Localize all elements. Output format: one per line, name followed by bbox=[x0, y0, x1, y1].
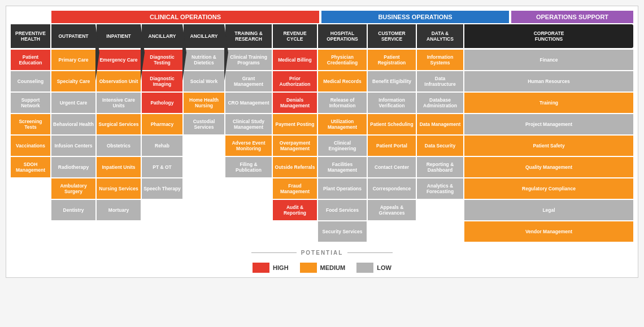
cell-pathology: Pathology bbox=[142, 93, 182, 113]
cell-custodial: Custodial Services bbox=[184, 114, 224, 134]
cell-plant-ops: Plant Operations bbox=[318, 178, 367, 199]
cell-patient-education: Patient Education bbox=[11, 50, 50, 70]
col-header-outpatient: OUTPATIENT bbox=[51, 24, 95, 48]
cell-empty-prev1 bbox=[11, 178, 50, 199]
cell-obstetrics: Obstetrics bbox=[97, 136, 141, 156]
cell-vendor-mgmt: Vendor Management bbox=[464, 221, 633, 242]
cell-release-info: Release of Information bbox=[318, 93, 367, 113]
col-header-customer: CUSTOMER SERVICE bbox=[368, 24, 416, 48]
cell-clinical-study: Clinical Study Management bbox=[225, 114, 272, 134]
legend: HIGH MEDIUM LOW bbox=[11, 263, 633, 273]
cell-food-services: Food Services bbox=[318, 200, 367, 220]
col-data: Information Systems Data Infrastructure … bbox=[417, 50, 463, 242]
cell-appeals: Appeals & Grievances bbox=[368, 200, 416, 220]
col-corporate: Finance Human Resources Training Project… bbox=[464, 50, 633, 242]
cell-empty-tr2 bbox=[225, 200, 272, 220]
cell-observation-unit: Observation Unit bbox=[97, 71, 141, 91]
cell-empty-anc2c bbox=[184, 178, 224, 199]
cell-empty-anc1a bbox=[142, 200, 182, 220]
cell-empty-inp1 bbox=[97, 221, 141, 242]
cell-data-mgmt: Data Management bbox=[417, 114, 463, 134]
col-header-ancillary2: ANCILLARY bbox=[184, 24, 224, 48]
cell-filing-publication: Filing & Publication bbox=[225, 157, 272, 177]
cell-empty-da2 bbox=[417, 221, 463, 242]
cell-speech-therapy: Speech Therapy bbox=[142, 178, 182, 199]
cell-empty-anc1b bbox=[142, 221, 182, 242]
cell-rehab: Rehab bbox=[142, 136, 182, 156]
cell-infusion-centers: Infusion Centers bbox=[51, 136, 95, 156]
cell-finance: Finance bbox=[464, 50, 633, 70]
cell-reporting: Reporting & Dashboard bbox=[417, 157, 463, 177]
cell-security-services: Security Services bbox=[318, 221, 367, 242]
cell-diagnostic-imaging: Diagnostic Imaging bbox=[142, 71, 182, 91]
cell-behavioral-health: Behavioral Health bbox=[51, 114, 95, 134]
cell-patient-reg: Patient Registration bbox=[368, 50, 416, 70]
legend-low: LOW bbox=[356, 263, 391, 273]
cell-empty-tr1 bbox=[225, 178, 272, 199]
cell-sdoh: SDOH Management bbox=[11, 157, 50, 177]
cell-project-mgmt: Project Management bbox=[464, 114, 633, 134]
cell-urgent-care: Urgent Care bbox=[51, 93, 95, 113]
col-header-hospital: HOSPITAL OPERATIONS bbox=[318, 24, 367, 48]
cell-empty-out1 bbox=[51, 221, 95, 242]
cell-dentistry: Dentistry bbox=[51, 200, 95, 220]
cell-denials: Denials Management bbox=[273, 93, 317, 113]
cell-icu: Intensive Care Units bbox=[97, 93, 141, 113]
cell-pharmacy: Pharmacy bbox=[142, 114, 182, 134]
cell-clinical-training: Clinical Training Programs bbox=[225, 50, 272, 70]
cell-empty-rev1 bbox=[273, 221, 317, 242]
legend-low-label: LOW bbox=[377, 264, 391, 271]
col-revenue: Medical Billing Prior Authorization Deni… bbox=[273, 50, 317, 242]
cell-data-security: Data Security bbox=[417, 136, 463, 156]
col-ancillary1: Diagnostic Testing Diagnostic Imaging Pa… bbox=[142, 50, 182, 242]
cell-patient-safety: Patient Safety bbox=[464, 136, 633, 156]
cell-outside-referrals: Outside Referrals bbox=[273, 157, 317, 177]
cell-pt-ot: PT & OT bbox=[142, 157, 182, 177]
cell-payment-posting: Payment Posting bbox=[273, 114, 317, 134]
col-customer: Patient Registration Benefit Eligibility… bbox=[368, 50, 416, 242]
cell-quality-mgmt: Quality Management bbox=[464, 157, 633, 177]
cell-facilities: Facilities Management bbox=[318, 157, 367, 177]
cell-empty-anc2e bbox=[184, 221, 224, 242]
cell-physician-cred: Physician Credentialing bbox=[318, 50, 367, 70]
top-headers: CLINICAL OPERATIONS BUSINESS OPERATIONS … bbox=[11, 11, 633, 23]
cell-counseling: Counseling bbox=[11, 71, 50, 91]
cell-empty-prev2 bbox=[11, 200, 50, 220]
legend-section: POTENTIAL HIGH MEDIUM LOW bbox=[11, 250, 633, 273]
col-header-corporate: CORPORATE FUNCTIONS bbox=[464, 24, 633, 48]
legend-high: HIGH bbox=[253, 263, 289, 273]
cell-adverse-event: Adverse Event Monitoring bbox=[225, 136, 272, 156]
business-header: BUSINESS OPERATIONS bbox=[321, 11, 509, 23]
clinical-header: CLINICAL OPERATIONS bbox=[51, 11, 319, 23]
cell-medical-billing: Medical Billing bbox=[273, 50, 317, 70]
legend-box-medium bbox=[300, 263, 317, 273]
legend-high-label: HIGH bbox=[273, 264, 289, 271]
col-outpatient: Primary Care Specialty Care Urgent Care … bbox=[51, 50, 95, 242]
cell-hr: Human Resources bbox=[464, 71, 633, 91]
cell-contact-center: Contact Center bbox=[368, 157, 416, 177]
col-preventive: Patient Education Counseling Support Net… bbox=[11, 50, 50, 242]
cell-screening-tests: Screening Tests bbox=[11, 114, 50, 134]
cell-social-work: Social Work bbox=[184, 71, 224, 91]
cell-benefit-elig: Benefit Eligibility bbox=[368, 71, 416, 91]
legend-box-high bbox=[253, 263, 269, 273]
cell-db-admin: Database Administration bbox=[417, 93, 463, 113]
legend-medium: MEDIUM bbox=[300, 263, 346, 273]
cell-empty-tr3 bbox=[225, 221, 272, 242]
cell-primary-care: Primary Care bbox=[51, 50, 95, 70]
cell-empty-prev3 bbox=[11, 221, 50, 242]
cell-empty-cust1 bbox=[368, 221, 416, 242]
cell-radiotherapy: Radiotherapy bbox=[51, 157, 95, 177]
cell-data-infra: Data Infrastructure bbox=[417, 71, 463, 91]
cell-correspondence: Correspondence bbox=[368, 178, 416, 199]
cell-info-systems: Information Systems bbox=[417, 50, 463, 70]
main-container: CLINICAL OPERATIONS BUSINESS OPERATIONS … bbox=[6, 6, 638, 278]
col-headers: PREVENTIVE HEALTH OUTPATIENT INPATIENT A… bbox=[11, 24, 633, 48]
data-grid: Patient Education Counseling Support Net… bbox=[11, 50, 633, 242]
cell-medical-records: Medical Records bbox=[318, 71, 367, 91]
cell-diagnostic-testing: Diagnostic Testing bbox=[142, 50, 182, 70]
cell-home-health: Home Health Nursing bbox=[184, 93, 224, 113]
cell-legal: Legal bbox=[464, 200, 633, 220]
cell-nutrition: Nutrition & Dietetics bbox=[184, 50, 224, 70]
col-header-inpatient: INPATIENT bbox=[97, 24, 141, 48]
